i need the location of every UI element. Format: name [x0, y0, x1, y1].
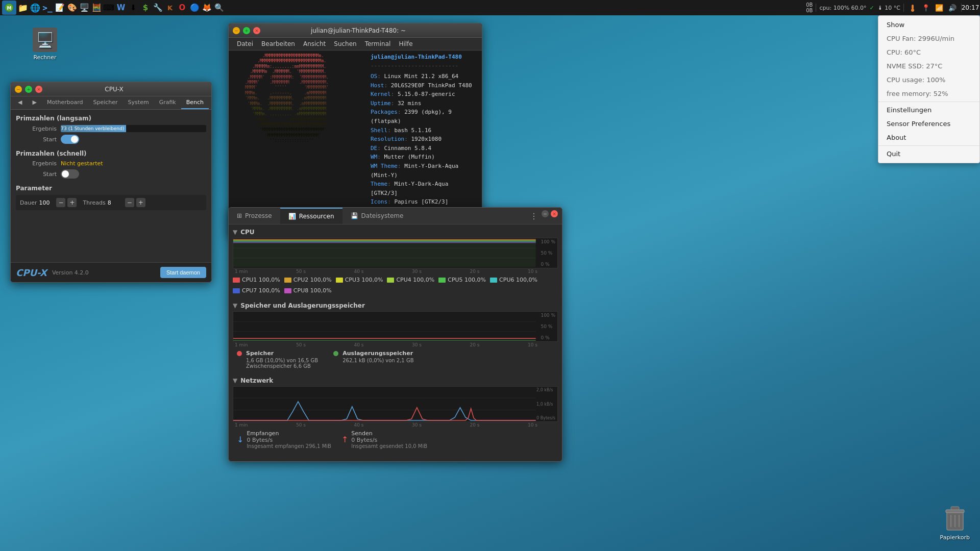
tray-wifi[interactable]: 📶 — [934, 2, 945, 13]
taskbar-right: 0B 0B cpu: 100% 60.0° ✓ 🌡 10 °C 📍 — [806, 2, 980, 13]
sysmon-tab-ressourcen[interactable]: 📊 Ressourcen — [280, 208, 342, 224]
neofetch-separator: -------------------------- — [371, 62, 478, 69]
svg-text:M: M — [7, 6, 12, 11]
start-label-langsam: Start — [16, 136, 57, 143]
sysmon-close-button[interactable]: × — [551, 210, 558, 217]
trash-icon[interactable]: Papierkorb — [940, 505, 970, 541]
cpux-minimize-button[interactable]: − — [15, 86, 22, 93]
app-menu-button[interactable]: M — [2, 1, 16, 15]
start-daemon-button[interactable]: Start daemon — [160, 267, 206, 278]
taskbar-filemanager[interactable]: 📁 — [17, 2, 29, 13]
cpu-status[interactable]: cpu: 100% 60.0° ✓ 🌡 10 °C — [819, 5, 900, 11]
taskbar-text-editor[interactable]: 📝 — [54, 2, 65, 13]
taskbar-draw[interactable]: 🎨 — [66, 2, 78, 13]
taskbar-browser-files[interactable]: 🌐 — [30, 2, 41, 13]
toggle-langsam[interactable] — [61, 135, 79, 144]
tray-volume[interactable]: 🔊 — [947, 2, 958, 13]
dauer-increment[interactable]: + — [67, 198, 77, 207]
network-chart-container: 2,0 kB/s 1,0 kB/s 0 Bytes/s 1 min 50 s 4… — [233, 386, 558, 428]
sysmon-tab-dateisysteme[interactable]: 💾 Dateisysteme — [342, 208, 412, 223]
memory-label-0: 0 % — [541, 335, 555, 340]
taskbar-monitor[interactable]: 🖥️ — [79, 2, 90, 13]
speicher-sub: Zwischenspeicher 6,6 GB — [246, 363, 318, 369]
cpux-maximize-button[interactable]: + — [25, 86, 32, 93]
terminal-content[interactable]: .MMMMMMMMMMMMMMMMMMMMMMm. .MMMMMMMMMMMMM… — [229, 51, 482, 224]
sysmon-menu-button[interactable]: ⋮ — [528, 210, 540, 221]
memory-chart-labels-right: 100 % 50 % 0 % — [541, 312, 555, 341]
dauer-label: Dauer — [20, 199, 37, 206]
computer-icon-image: 🖥️ — [33, 28, 57, 52]
terminal-close-button[interactable]: × — [253, 27, 260, 34]
taskbar-opera[interactable]: O — [177, 2, 188, 13]
desktop-computer-icon[interactable]: 🖥️ Rechner — [31, 26, 59, 63]
terminal-menu-hilfe[interactable]: Hilfe — [395, 39, 416, 49]
taskbar-word[interactable]: W — [115, 2, 127, 13]
context-menu-einstellungen[interactable]: Einstellungen — [878, 103, 979, 117]
taskbar-qbittorrent[interactable]: ⬇️ — [128, 2, 139, 13]
taskbar-app8[interactable]: 🔍 — [213, 2, 225, 13]
toggle-schnell[interactable] — [61, 169, 79, 179]
context-menu-show[interactable]: Show — [878, 18, 979, 32]
tray-sensor[interactable] — [907, 2, 918, 13]
start-label-schnell: Start — [16, 171, 57, 178]
auslagerung-details: Auslagerungsspeicher 262,1 kB (0,0%) von… — [342, 350, 413, 363]
cpux-tab-motherboard[interactable]: Motherboard — [42, 96, 88, 109]
terminal-window: − + × julian@julian-ThinkPad-T480: ~ Dat… — [228, 23, 482, 237]
tray-location[interactable]: 📍 — [920, 2, 932, 13]
parameter-section: Parameter Dauer 100 − + Threads 8 − + — [16, 185, 206, 210]
taskbar-app7[interactable]: K — [164, 2, 176, 13]
context-menu-quit[interactable]: Quit — [878, 147, 979, 161]
status-check: ✓ — [870, 5, 874, 11]
taskbar-terminal-btn[interactable]: >_ — [42, 2, 53, 13]
context-menu-free-memory: free memory: 52% — [878, 87, 979, 101]
taskbar-app6[interactable]: 🔧 — [152, 2, 163, 13]
cpux-tab-next[interactable]: ▶ — [27, 96, 41, 109]
network-chart-labels-bottom: 1 min 50 s 40 s 30 s 20 s 10 s — [233, 422, 558, 428]
taskbar-edge[interactable]: 🔵 — [189, 2, 200, 13]
terminal-maximize-button[interactable]: + — [243, 27, 250, 34]
network-chart-svg — [233, 387, 557, 421]
cpu-legend: CPU1 100,0% CPU2 100,0% CPU3 100,0% CPU4… — [233, 274, 558, 296]
ressourcen-icon: 📊 — [288, 213, 296, 220]
taskbar-calc[interactable]: 🧮 — [91, 2, 102, 13]
sysmon-tab-prozesse[interactable]: ⊞ Prozesse — [229, 208, 280, 223]
terminal-menu-ansicht[interactable]: Ansicht — [299, 39, 330, 49]
terminal-neofetch-logo: .MMMMMMMMMMMMMMMMMMMMMMm. .MMMMMMMMMMMMM… — [233, 54, 365, 221]
terminal-menu-suchen[interactable]: Suchen — [330, 39, 360, 49]
context-menu-sensor-prefs[interactable]: Sensor Preferences — [878, 117, 979, 131]
context-menu-sep1 — [878, 102, 979, 102]
terminal-menu-bearbeiten[interactable]: Bearbeiten — [257, 39, 299, 49]
dauer-value: 100 — [39, 199, 54, 206]
network-info: ↓ Empfangen 0 Bytes/s Insgesamt empfange… — [233, 428, 558, 451]
cpux-tab-system[interactable]: System — [123, 96, 154, 109]
cpux-tab-uber[interactable]: Über — [209, 96, 212, 109]
clock[interactable]: 20:17 — [965, 2, 976, 13]
parameter-title: Parameter — [16, 185, 206, 192]
threads-increment[interactable]: + — [136, 198, 145, 207]
cpux-close-button[interactable]: × — [35, 86, 42, 93]
cpu8-legend: CPU8 100,0% — [284, 287, 332, 294]
cpu-label-100: 100 % — [541, 239, 555, 244]
network-chart: 2,0 kB/s 1,0 kB/s 0 Bytes/s — [233, 386, 558, 422]
cpu4-color — [387, 278, 394, 283]
cpux-tab-bench[interactable]: Bench — [181, 96, 209, 109]
taskbar-green-app[interactable]: $ — [140, 2, 151, 13]
dauer-decrement[interactable]: − — [56, 198, 65, 207]
sysmon-minimize-button[interactable]: − — [542, 210, 549, 217]
memory-chart-container: 100 % 50 % 0 % 1 min 50 s 40 s 30 s 20 s… — [233, 311, 558, 348]
taskbar-keyboard[interactable]: ⌨️ — [103, 2, 114, 13]
threads-group: Threads 8 − + — [83, 198, 145, 207]
dateisysteme-label: Dateisysteme — [361, 212, 404, 219]
taskbar-firefox[interactable]: 🦊 — [201, 2, 212, 13]
terminal-menu-terminal[interactable]: Terminal — [361, 39, 395, 49]
empfangen-item: ↓ Empfangen 0 Bytes/s Insgesamt empfange… — [237, 430, 331, 449]
terminal-minimize-button[interactable]: − — [233, 27, 240, 34]
context-menu-about[interactable]: About — [878, 131, 979, 144]
cpux-tab-speicher[interactable]: Speicher — [88, 96, 123, 109]
threads-decrement[interactable]: − — [125, 198, 134, 207]
cpux-tab-prev[interactable]: ◀ — [13, 96, 27, 109]
empfangen-label: Empfangen — [247, 430, 331, 437]
cpux-tab-grafik[interactable]: Grafik — [154, 96, 181, 109]
terminal-menu-datei[interactable]: Datei — [233, 39, 257, 49]
cpu1-color — [233, 278, 240, 283]
